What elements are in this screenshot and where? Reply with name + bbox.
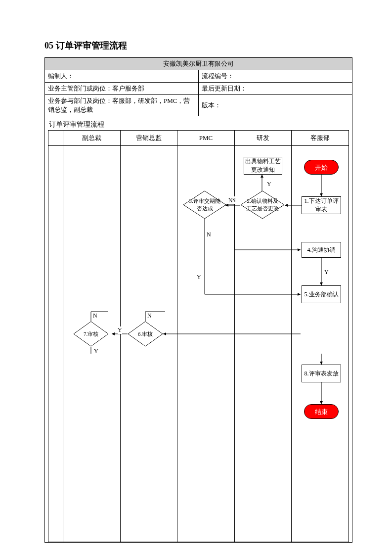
label-n: N: [207, 231, 211, 238]
swimlane-table: 副总裁 营销总监 PMC 研发 客服部: [48, 130, 349, 542]
svg-line-6: [164, 294, 301, 334]
dept-label: 业务主管部门或岗位：: [48, 85, 112, 92]
lane-header: 营销总监: [120, 131, 177, 146]
proc-no-label: 流程编号：: [202, 72, 234, 80]
lane-header: 客服部: [292, 131, 349, 146]
lane-header: 副总裁: [63, 131, 121, 146]
header-table: 安徽凯美尔厨卫有限公司 编制人： 流程编号： 业务主管部门或岗位：客户服务部 最…: [44, 57, 352, 116]
label-y: Y: [324, 269, 329, 276]
version-label: 版本：: [202, 101, 221, 109]
process-notice: 出具物料工艺更改通知: [244, 157, 282, 175]
label-n: N: [228, 197, 233, 204]
process-container: 订单评审管理流程 副总裁 营销总监 PMC 研发 客服部: [44, 116, 352, 543]
company-name: 安徽凯美尔厨卫有限公司: [45, 58, 352, 70]
process-step1: 1.下达订单评审表: [302, 196, 341, 214]
label-n: N: [93, 312, 97, 320]
decision-step2: 2.确认物料及工艺是否更改: [240, 190, 285, 219]
participants-label: 业务参与部门及岗位：: [48, 97, 112, 104]
update-label: 最后更新日期：: [202, 85, 247, 92]
end-terminator: 结束: [304, 404, 339, 419]
page-title: 05 订单评审管理流程: [44, 40, 352, 51]
dept-value: 客户服务部: [112, 85, 144, 92]
process-step5: 5.业务部确认: [302, 285, 341, 303]
process-step4: 4.沟通协调: [302, 242, 341, 258]
process-step8: 8.评审表发放: [302, 365, 341, 382]
decision-step7: 7.审核: [73, 321, 109, 347]
section-title: 订单评审管理流程: [49, 120, 349, 129]
flow-diagram: 开始 结束 出具物料工艺更改通知 1.下达订单评审表 4.沟通协调 5.业务部确…: [48, 146, 349, 542]
label-y: Y: [118, 326, 122, 334]
lane-header: PMC: [177, 131, 235, 146]
label-y: Y: [197, 274, 201, 281]
label-y: Y: [94, 348, 98, 355]
lane-header: 研发: [234, 131, 292, 146]
label-y: Y: [267, 181, 271, 188]
label-n: N: [147, 312, 152, 320]
author-label: 编制人：: [48, 72, 74, 80]
decision-step6: 6.审核: [128, 321, 163, 347]
start-terminator: 开始: [304, 160, 339, 175]
decision-step3: 3.评审交期能否达成: [183, 190, 226, 219]
